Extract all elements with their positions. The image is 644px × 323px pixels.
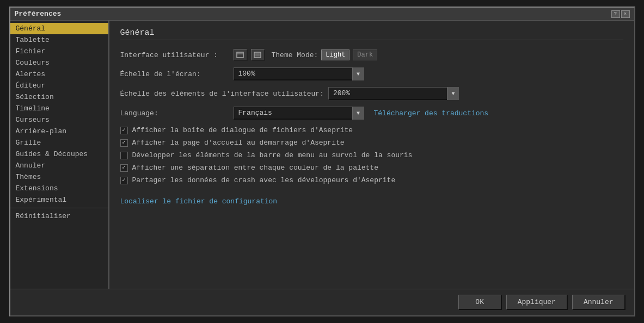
theme-mode-label: Theme Mode: (272, 51, 318, 59)
checkbox-1[interactable] (120, 139, 128, 147)
interface-controls: Theme Mode: Light Dark (234, 49, 378, 61)
svg-rect-0 (237, 52, 243, 58)
titlebar: Préférences ? × (10, 8, 634, 21)
ok-button[interactable]: OK (458, 295, 502, 310)
sidebar: GénéralTabletteFichierCouleursAlertesÉdi… (10, 21, 109, 289)
checkbox-label-1: Afficher la page d'accueil au démarrage … (132, 139, 345, 147)
preferences-dialog: Préférences ? × GénéralTabletteFichierCo… (9, 7, 635, 316)
scale-select[interactable]: 100% 150% 200% (234, 67, 364, 80)
sidebar-item-timeline[interactable]: Timeline (10, 103, 108, 114)
checkbox-2[interactable] (120, 152, 128, 159)
checkbox-row-1: Afficher la page d'accueil au démarrage … (120, 139, 623, 147)
fullscreen-icon-btn[interactable] (251, 49, 265, 61)
sidebar-item--diteur[interactable]: Éditeur (10, 80, 108, 91)
checkbox-row-4: Partager les données de crash avec les d… (120, 176, 623, 184)
sidebar-item-s-lection[interactable]: Sélection (10, 91, 108, 103)
language-select-wrapper: Français English ▼ (234, 107, 364, 120)
sidebar-divider (10, 208, 108, 208)
interface-row: Interface utilisateur : T (120, 49, 623, 61)
scale-label: Échelle de l'écran: (120, 70, 229, 78)
interface-label: Interface utilisateur : (120, 51, 229, 59)
language-row: Language: Français English ▼ Télécharger… (120, 107, 623, 120)
sidebar-item-fichier[interactable]: Fichier (10, 46, 108, 57)
cancel-button[interactable]: Annuler (572, 295, 625, 310)
sidebar-item-alertes[interactable]: Alertes (10, 69, 108, 80)
sidebar-item-arri-re-plan[interactable]: Arrière-plan (10, 126, 108, 137)
language-label: Language: (120, 109, 229, 117)
sidebar-item-g-n-ral[interactable]: Général (10, 23, 108, 34)
checkbox-4[interactable] (120, 177, 128, 184)
theme-dark-btn[interactable]: Dark (353, 49, 377, 60)
locate-link[interactable]: Localiser le fichier de configuration (120, 197, 278, 206)
sidebar-item-exp-rimental[interactable]: Expérimental (10, 194, 108, 206)
section-title: Général (120, 28, 623, 40)
sidebar-item-annuler[interactable]: Annuler (10, 160, 108, 171)
theme-light-btn[interactable]: Light (321, 49, 349, 60)
sidebar-item-th-mes[interactable]: Thèmes (10, 171, 108, 183)
titlebar-buttons: ? × (611, 10, 630, 18)
scale-row: Échelle de l'écran: 100% 150% 200% ▼ (120, 67, 623, 80)
footer: OK Appliquer Annuler (10, 289, 634, 315)
dialog-title: Préférences (15, 10, 62, 18)
sidebar-item-guides---d-coupes[interactable]: Guides & Découpes (10, 148, 108, 160)
svg-rect-3 (255, 53, 260, 57)
ui-scale-row: Échelle des éléments de l'interface util… (120, 87, 623, 100)
sidebar-item-reset[interactable]: Réinitialiser (10, 210, 108, 222)
sidebar-item-extensions[interactable]: Extensions (10, 183, 108, 194)
checkbox-row-2: Développer les éléments de la barre de m… (120, 151, 623, 159)
checkbox-row-0: Afficher la boîte de dialogue de fichier… (120, 126, 623, 134)
checkbox-label-0: Afficher la boîte de dialogue de fichier… (132, 126, 353, 134)
language-select[interactable]: Français English (234, 107, 364, 120)
checkbox-label-3: Afficher une séparation entre chaque cou… (132, 164, 378, 172)
checkbox-row-3: Afficher une séparation entre chaque cou… (120, 164, 623, 172)
ui-scale-select-wrapper: 100% 150% 200% ▼ (328, 87, 459, 100)
sidebar-item-tablette[interactable]: Tablette (10, 34, 108, 46)
dialog-body: GénéralTabletteFichierCouleursAlertesÉdi… (10, 21, 634, 289)
sidebar-item-grille[interactable]: Grille (10, 137, 108, 148)
ui-scale-select[interactable]: 100% 150% 200% (328, 87, 459, 100)
translate-link[interactable]: Télécharger des traductions (374, 109, 489, 117)
checkbox-3[interactable] (120, 164, 128, 172)
scale-select-wrapper: 100% 150% 200% ▼ (234, 67, 364, 80)
checkboxes-container: Afficher la boîte de dialogue de fichier… (120, 126, 623, 184)
checkbox-0[interactable] (120, 127, 128, 134)
help-button[interactable]: ? (611, 10, 620, 18)
window-icon-btn[interactable] (234, 49, 248, 61)
ui-scale-label: Échelle des éléments de l'interface util… (120, 90, 324, 98)
checkbox-label-4: Partager les données de crash avec les d… (132, 176, 396, 184)
main-content: Général Interface utilisateur : (109, 21, 634, 289)
sidebar-item-curseurs[interactable]: Curseurs (10, 114, 108, 126)
checkbox-label-2: Développer les éléments de la barre de m… (132, 151, 413, 159)
sidebar-item-couleurs[interactable]: Couleurs (10, 57, 108, 69)
apply-button[interactable]: Appliquer (506, 295, 568, 310)
sidebar-items-container: GénéralTabletteFichierCouleursAlertesÉdi… (10, 23, 108, 206)
close-button[interactable]: × (621, 10, 630, 18)
